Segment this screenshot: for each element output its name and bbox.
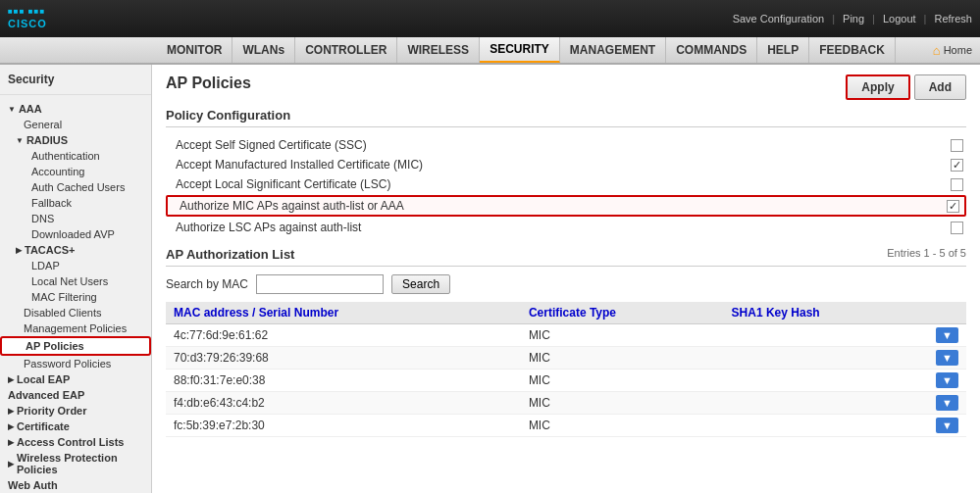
sidebar-group-wireless-protection-label: Wireless Protection Policies <box>17 452 143 475</box>
save-config-link[interactable]: Save Configuration <box>733 13 825 25</box>
sidebar-group-priority-order-label: Priority Order <box>17 405 87 417</box>
row-action-button[interactable]: ▼ <box>936 418 958 433</box>
auth-table: MAC address / Serial Number Certificate … <box>166 302 966 437</box>
home-icon: ⌂ <box>933 43 941 58</box>
policy-check-1[interactable] <box>947 139 966 152</box>
entries-info: Entries 1 - 5 of 5 <box>887 247 966 259</box>
cell-action[interactable]: ▼ <box>928 324 966 347</box>
search-input[interactable] <box>256 274 384 294</box>
sidebar-group-advanced-eap[interactable]: Advanced EAP <box>0 387 151 403</box>
add-button[interactable]: Add <box>914 74 966 100</box>
sidebar-item-mgmt-policies[interactable]: Management Policies <box>0 320 151 336</box>
cell-mac: 4c:77:6d:9e:61:62 <box>166 324 521 347</box>
local-eap-expand-icon: ▶ <box>8 375 14 384</box>
policy-label-3: Accept Local Significant Certificate (LS… <box>166 177 947 191</box>
policy-row-3: Accept Local Significant Certificate (LS… <box>166 174 966 194</box>
sidebar-item-local-net[interactable]: Local Net Users <box>0 273 151 289</box>
cell-action[interactable]: ▼ <box>928 392 966 415</box>
sidebar-group-advanced-eap-label: Advanced EAP <box>8 389 84 401</box>
policy-check-2[interactable] <box>947 159 966 172</box>
nav-commands[interactable]: COMMANDS <box>666 37 757 63</box>
sidebar-group-aaa-label: AAA <box>19 103 42 115</box>
checkbox-4[interactable] <box>947 200 959 213</box>
checkbox-3[interactable] <box>951 178 963 191</box>
sidebar-group-tacacs[interactable]: ▶ TACACS+ <box>0 242 151 258</box>
sidebar-item-accounting[interactable]: Accounting <box>0 164 151 179</box>
col-mac[interactable]: MAC address / Serial Number <box>166 302 521 324</box>
cell-cert-type: MIC <box>521 347 724 370</box>
cisco-logo: ■■■ ■■■ CISCO <box>8 7 47 30</box>
sidebar-group-web-auth[interactable]: Web Auth <box>0 477 151 493</box>
sidebar-group-local-eap-label: Local EAP <box>17 373 70 385</box>
home-link[interactable]: ⌂ Home <box>925 37 980 63</box>
nav-feedback[interactable]: FEEDBACK <box>809 37 896 63</box>
policy-check-4[interactable] <box>943 200 962 213</box>
search-row: Search by MAC Search <box>166 274 966 294</box>
divider <box>0 94 151 95</box>
table-row: f4:db:e6:43:c4:b2 MIC ▼ <box>166 392 966 415</box>
ping-link[interactable]: Ping <box>843 13 864 25</box>
logout-link[interactable]: Logout <box>883 13 916 25</box>
cell-sha1 <box>724 347 929 370</box>
apply-button[interactable]: Apply <box>846 74 909 100</box>
cisco-logo-area: ■■■ ■■■ CISCO <box>8 7 47 30</box>
table-row: 4c:77:6d:9e:61:62 MIC ▼ <box>166 324 966 347</box>
cell-mac: 70:d3:79:26:39:68 <box>166 347 521 370</box>
search-button[interactable]: Search <box>391 274 450 294</box>
sidebar-item-fallback[interactable]: Fallback <box>0 195 151 211</box>
main-area: Security ▼ AAA General ▼ RADIUS Authenti… <box>0 65 980 493</box>
row-action-button[interactable]: ▼ <box>936 395 958 411</box>
sidebar-item-ldap[interactable]: LDAP <box>0 258 151 273</box>
sidebar-item-password-policies[interactable]: Password Policies <box>0 356 151 371</box>
sidebar-group-certificate[interactable]: ▶ Certificate <box>0 419 151 434</box>
row-action-button[interactable]: ▼ <box>936 350 958 366</box>
policy-check-3[interactable] <box>947 178 966 191</box>
policy-check-5[interactable] <box>947 222 966 234</box>
radius-expand-icon: ▼ <box>16 136 24 145</box>
page-title: AP Policies <box>166 74 251 92</box>
cell-mac: fc:5b:39:e7:2b:30 <box>166 415 521 437</box>
cell-cert-type: MIC <box>521 324 724 347</box>
row-action-button[interactable]: ▼ <box>936 372 958 388</box>
checkbox-5[interactable] <box>951 222 963 234</box>
cell-action[interactable]: ▼ <box>928 370 966 392</box>
nav-controller[interactable]: CONTROLLER <box>295 37 397 63</box>
sidebar-item-authentication[interactable]: Authentication <box>0 148 151 164</box>
nav-help[interactable]: HELP <box>757 37 809 63</box>
cell-action[interactable]: ▼ <box>928 347 966 370</box>
sidebar-group-radius[interactable]: ▼ RADIUS <box>0 132 151 148</box>
sidebar-group-aaa[interactable]: ▼ AAA <box>0 101 151 117</box>
cell-action[interactable]: ▼ <box>928 415 966 437</box>
wireless-protection-expand-icon: ▶ <box>8 460 14 468</box>
sidebar-item-ap-policies[interactable]: AP Policies <box>0 336 151 356</box>
nav-wireless[interactable]: WIRELESS <box>397 37 480 63</box>
sidebar-item-auth-cached[interactable]: Auth Cached Users <box>0 179 151 195</box>
search-by-mac-label: Search by MAC <box>166 277 248 291</box>
nav-monitor[interactable]: MONITOR <box>157 37 232 63</box>
sidebar-item-disabled-clients[interactable]: Disabled Clients <box>0 305 151 320</box>
table-row: 88:f0:31:7e:e0:38 MIC ▼ <box>166 370 966 392</box>
sidebar-group-acl[interactable]: ▶ Access Control Lists <box>0 434 151 450</box>
policy-config-title: Policy Configuration <box>166 108 966 127</box>
tacacs-expand-icon: ▶ <box>16 246 22 255</box>
cell-sha1 <box>724 324 929 347</box>
sidebar-item-dns[interactable]: DNS <box>0 211 151 226</box>
nav-wlans[interactable]: WLANs <box>232 37 295 63</box>
nav-management[interactable]: MANAGEMENT <box>560 37 666 63</box>
row-action-button[interactable]: ▼ <box>936 327 958 343</box>
nav-security[interactable]: SECURITY <box>480 37 560 63</box>
sidebar-item-general[interactable]: General <box>0 117 151 132</box>
priority-order-expand-icon: ▶ <box>8 407 14 416</box>
col-sha1[interactable]: SHA1 Key Hash <box>724 302 929 324</box>
sidebar-group-local-eap[interactable]: ▶ Local EAP <box>0 371 151 387</box>
col-cert-type[interactable]: Certificate Type <box>521 302 724 324</box>
refresh-link[interactable]: Refresh <box>934 13 972 25</box>
top-bar: ■■■ ■■■ CISCO Save Configuration | Ping … <box>0 0 980 37</box>
checkbox-2[interactable] <box>951 159 963 172</box>
sidebar-item-mac-filtering[interactable]: MAC Filtering <box>0 289 151 305</box>
sidebar-item-downloaded-avp[interactable]: Downloaded AVP <box>0 226 151 242</box>
cell-sha1 <box>724 415 929 437</box>
sidebar-group-wireless-protection[interactable]: ▶ Wireless Protection Policies <box>0 450 151 477</box>
sidebar-group-priority-order[interactable]: ▶ Priority Order <box>0 403 151 419</box>
checkbox-1[interactable] <box>951 139 963 152</box>
